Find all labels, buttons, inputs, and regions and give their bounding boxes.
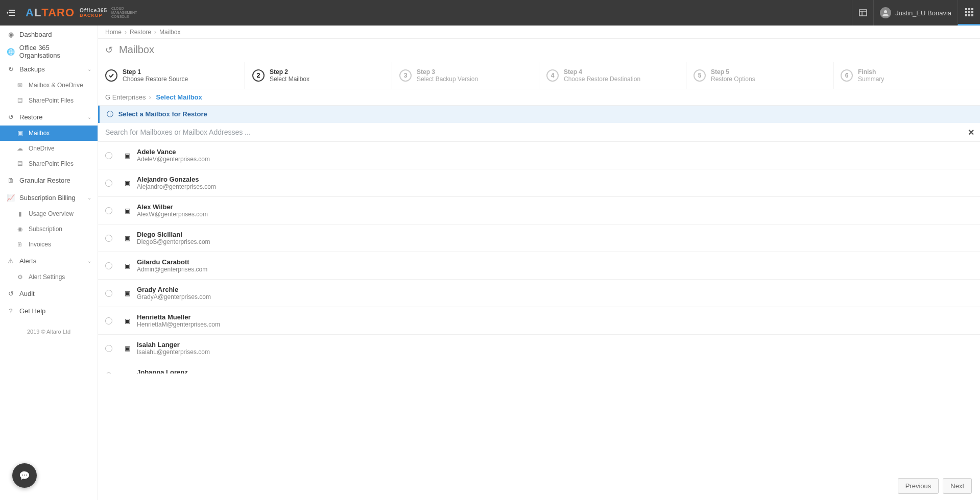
gear-icon: ⚙ bbox=[15, 273, 25, 281]
sidebar-item-get-help[interactable]: ?Get Help bbox=[0, 302, 98, 319]
user-icon bbox=[882, 9, 889, 16]
sidebar-item-label: Restore bbox=[19, 113, 43, 121]
mailbox-radio[interactable] bbox=[105, 152, 112, 159]
sidebar-item-invoices[interactable]: 🗎Invoices bbox=[0, 237, 98, 252]
mailbox-radio[interactable] bbox=[105, 207, 112, 214]
address-card-icon: ▣ bbox=[125, 262, 132, 269]
sidebar-item-sharepoint-files[interactable]: ⚃SharePoint Files bbox=[0, 156, 98, 171]
chat-button[interactable] bbox=[12, 463, 37, 488]
sidebar-item-onedrive[interactable]: ☁OneDrive bbox=[0, 141, 98, 156]
svg-rect-1 bbox=[965, 8, 967, 10]
mailbox-name: Grady Archie bbox=[137, 286, 211, 293]
logo: ALTARO Office365BACKUP CLOUDMANAGEMENTCO… bbox=[21, 0, 141, 26]
layout-button[interactable] bbox=[852, 0, 873, 26]
mailbox-row[interactable]: ▣Diego SicilianiDiegoS@genterprises.com bbox=[98, 224, 980, 252]
sidebar-item-sharepoint-files[interactable]: ⚃SharePoint Files bbox=[0, 93, 98, 108]
mailbox-name: Adele Vance bbox=[137, 148, 210, 156]
help-icon: ? bbox=[6, 307, 15, 315]
sidebar-item-alerts[interactable]: ⚠Alerts⌄ bbox=[0, 252, 98, 269]
sidebar-item-backups[interactable]: ↻Backups⌄ bbox=[0, 60, 98, 78]
page-title: Mailbox bbox=[119, 44, 154, 56]
mailbox-radio[interactable] bbox=[105, 180, 112, 187]
next-button[interactable]: Next bbox=[943, 478, 972, 494]
previous-button[interactable]: Previous bbox=[898, 478, 939, 494]
mailbox-row[interactable]: ▣Alex WilberAlexW@genterprises.com bbox=[98, 197, 980, 224]
mailbox-radio[interactable] bbox=[105, 235, 112, 242]
sidebar-item-alert-settings[interactable]: ⚙Alert Settings bbox=[0, 269, 98, 285]
sidebar-item-subscription[interactable]: ◉Subscription bbox=[0, 221, 98, 237]
cloud-icon: ☁ bbox=[15, 145, 25, 152]
step-title: Step 4 bbox=[564, 68, 640, 76]
crumb-restore[interactable]: Restore bbox=[130, 29, 151, 36]
address-card-icon: ▣ bbox=[125, 180, 132, 187]
refresh-icon: ↻ bbox=[6, 65, 15, 73]
crumb-home[interactable]: Home bbox=[105, 29, 122, 36]
mailbox-email: Admin@genterprises.com bbox=[137, 266, 207, 273]
step-2[interactable]: 2Step 2Select Mailbox bbox=[245, 62, 392, 89]
sidebar-item-mailbox[interactable]: ▣Mailbox bbox=[0, 126, 98, 141]
org-name[interactable]: G Enterprises bbox=[105, 93, 146, 101]
mailbox-row[interactable]: ▣Johanna LorenzJohannaL@genterprises.com bbox=[98, 362, 980, 373]
address-card-icon: ▣ bbox=[125, 207, 132, 214]
sidebar-item-label: Invoices bbox=[29, 241, 51, 248]
step-title: Step 2 bbox=[270, 68, 309, 76]
address-card-icon: ▣ bbox=[125, 235, 132, 242]
crumb-current: Mailbox bbox=[159, 29, 180, 36]
address-card-icon: ▣ bbox=[125, 345, 132, 352]
sidebar-item-restore[interactable]: ↺Restore⌄ bbox=[0, 108, 98, 126]
sidebar-item-label: Get Help bbox=[19, 307, 45, 315]
apps-button[interactable] bbox=[958, 0, 980, 26]
footer-buttons: Previous Next bbox=[898, 478, 972, 494]
step-circle: 3 bbox=[399, 69, 412, 82]
apps-grid-icon bbox=[965, 8, 973, 16]
search-row: ✕ bbox=[98, 123, 980, 142]
undo-icon: ↺ bbox=[105, 44, 113, 56]
sidebar-item-usage-overview[interactable]: ▮Usage Overview bbox=[0, 206, 98, 221]
mailbox-name: Alejandro Gonzales bbox=[137, 176, 216, 183]
user-menu[interactable]: Justin_EU Bonavia bbox=[873, 0, 958, 26]
sidebar-item-label: Subscription Billing bbox=[19, 194, 76, 202]
menu-toggle-button[interactable] bbox=[0, 0, 21, 26]
menu-collapse-icon bbox=[7, 9, 15, 16]
mailbox-email: GradyA@genterprises.com bbox=[137, 293, 211, 301]
step-1[interactable]: Step 1Choose Restore Source bbox=[98, 62, 245, 89]
mailbox-radio[interactable] bbox=[105, 372, 112, 374]
step-title: Step 5 bbox=[711, 68, 755, 76]
sidebar-item-mailbox-onedrive[interactable]: ✉Mailbox & OneDrive bbox=[0, 78, 98, 93]
mailbox-radio[interactable] bbox=[105, 262, 112, 269]
info-icon: ⓘ bbox=[107, 110, 113, 118]
sidebar-item-dashboard[interactable]: ◉Dashboard bbox=[0, 26, 98, 43]
layout-icon bbox=[859, 9, 867, 16]
mailbox-row[interactable]: ▣Grady ArchieGradyA@genterprises.com bbox=[98, 280, 980, 307]
mailbox-row[interactable]: ▣Gilardu CarabottAdmin@genterprises.com bbox=[98, 252, 980, 280]
sidebar-item-audit[interactable]: ↺Audit bbox=[0, 285, 98, 302]
sidebar-item-office-365-organisations[interactable]: 🌐Office 365 Organisations bbox=[0, 43, 98, 60]
sidebar-footer: 2019 © Altaro Ltd bbox=[0, 329, 98, 335]
sub-current: Select Mailbox bbox=[156, 93, 202, 101]
sidebar-item-granular-restore[interactable]: 🗎Granular Restore bbox=[0, 171, 98, 189]
mailbox-row[interactable]: ▣Henrietta MuellerHenriettaM@genterprise… bbox=[98, 307, 980, 335]
mailbox-radio[interactable] bbox=[105, 317, 112, 324]
step-subtitle: Choose Restore Destination bbox=[564, 76, 640, 83]
mailbox-row[interactable]: ▣Isaiah LangerIsaiahL@genterprises.com bbox=[98, 335, 980, 362]
mailbox-name: Henrietta Mueller bbox=[137, 313, 220, 321]
mailbox-radio[interactable] bbox=[105, 345, 112, 352]
mailbox-email: Alejandro@genterprises.com bbox=[137, 183, 216, 190]
step-3: 3Step 3Select Backup Version bbox=[392, 62, 539, 89]
sidebar-item-subscription-billing[interactable]: 📈Subscription Billing⌄ bbox=[0, 189, 98, 206]
step-title: Step 3 bbox=[417, 68, 478, 76]
undo-icon: ↺ bbox=[6, 113, 15, 121]
chevron-down-icon: ⌄ bbox=[87, 195, 91, 201]
mailbox-name: Alex Wilber bbox=[137, 203, 208, 211]
mailbox-row[interactable]: ▣Alejandro GonzalesAlejandro@genterprise… bbox=[98, 169, 980, 197]
step-4: 4Step 4Choose Restore Destination bbox=[539, 62, 686, 89]
step-circle: 5 bbox=[694, 69, 706, 82]
search-clear-button[interactable]: ✕ bbox=[962, 123, 980, 141]
mailbox-row[interactable]: ▣Adele VanceAdeleV@genterprises.com bbox=[98, 142, 980, 169]
mailbox-email: AlexW@genterprises.com bbox=[137, 211, 208, 218]
dot-icon: ◉ bbox=[15, 226, 25, 233]
search-input[interactable] bbox=[98, 123, 962, 141]
mailbox-radio[interactable] bbox=[105, 290, 112, 297]
svg-rect-3 bbox=[971, 8, 973, 10]
address-card-icon: ▣ bbox=[125, 290, 132, 297]
